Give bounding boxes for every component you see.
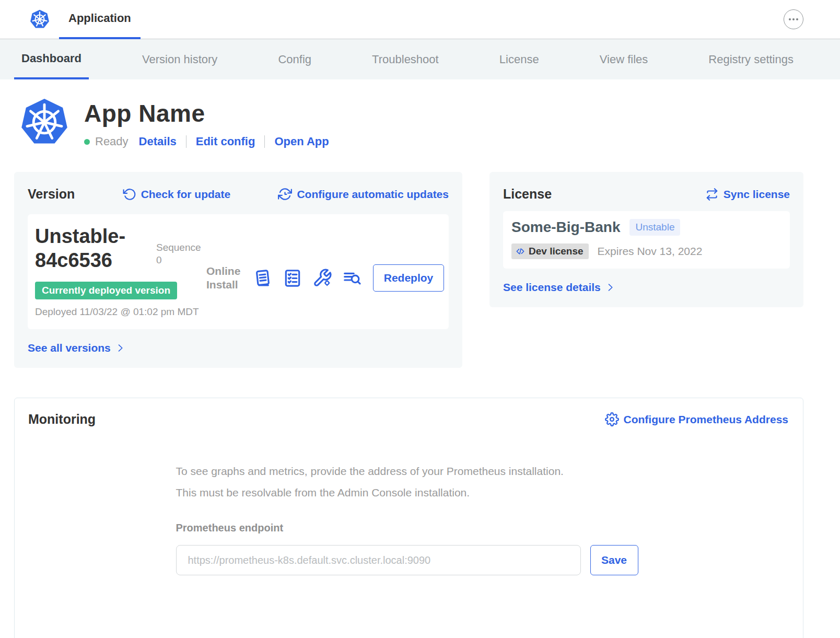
app-kubernetes-logo — [17, 97, 72, 148]
ready-status-dot — [84, 139, 90, 145]
open-app-link[interactable]: Open App — [274, 135, 329, 148]
sequence-label: Sequence 0 — [156, 241, 206, 266]
app-hero: App Name Ready Details Edit config Open … — [17, 97, 840, 148]
nav-item-registry-settings[interactable]: Registry settings — [701, 39, 801, 79]
see-all-versions-link[interactable]: See all versions — [28, 342, 125, 354]
current-version-panel: Unstable-84c6536 Sequence 0 Currently de… — [28, 214, 449, 329]
see-license-details-link[interactable]: See license details — [503, 281, 615, 294]
license-panel: Some-Big-Bank Unstable Dev license Expir… — [503, 211, 790, 269]
sync-arrows-icon — [705, 188, 719, 201]
cards-row: Version Check for update Configure autom… — [14, 172, 803, 368]
redeploy-button[interactable]: Redeploy — [373, 264, 444, 292]
save-button[interactable]: Save — [590, 545, 638, 575]
release-notes-icon[interactable] — [253, 268, 273, 288]
version-card-title: Version — [28, 187, 75, 202]
prometheus-endpoint-label: Prometheus endpoint — [176, 522, 641, 534]
channel-badge: Unstable — [629, 219, 680, 236]
deployed-timestamp: Deployed 11/03/22 @ 01:02 pm MDT — [35, 306, 202, 318]
nav-item-config[interactable]: Config — [271, 39, 319, 79]
app-status-label: Ready — [95, 135, 129, 148]
configure-automatic-updates-link[interactable]: Configure automatic updates — [278, 187, 449, 201]
check-for-update-link[interactable]: Check for update — [123, 188, 231, 201]
sync-license-link[interactable]: Sync license — [705, 188, 790, 201]
monitoring-card: Monitoring Configure Prometheus Address … — [14, 398, 803, 638]
top-header: Application — [0, 0, 840, 39]
nav-item-license[interactable]: License — [492, 39, 546, 79]
refresh-icon — [123, 188, 136, 201]
license-card: License Sync license Some-Big-Bank Unsta… — [489, 172, 803, 307]
tab-application[interactable]: Application — [59, 0, 141, 39]
nav-item-troubleshoot[interactable]: Troubleshoot — [365, 39, 446, 79]
configure-prometheus-link[interactable]: Configure Prometheus Address — [605, 412, 788, 426]
nav-item-dashboard[interactable]: Dashboard — [14, 39, 89, 79]
app-name-title: App Name — [84, 99, 329, 127]
details-link[interactable]: Details — [139, 135, 177, 148]
monitoring-body: To see graphs and metrics, provide the a… — [176, 460, 641, 575]
license-type-badge: Dev license — [511, 243, 589, 259]
dashboard-subnav: Dashboard Version history Config Trouble… — [0, 39, 840, 79]
install-type-label: Online Install — [206, 264, 242, 292]
chevron-right-icon — [115, 343, 125, 353]
nav-item-view-files[interactable]: View files — [592, 39, 656, 79]
preflight-checklist-icon[interactable] — [283, 268, 302, 288]
gear-icon — [605, 412, 619, 426]
chevron-right-icon — [605, 282, 615, 293]
nav-item-version-history[interactable]: Version history — [135, 39, 225, 79]
prometheus-endpoint-input[interactable] — [176, 545, 581, 575]
license-expiry: Expires Nov 13, 2022 — [598, 245, 703, 258]
auto-update-clock-icon — [278, 187, 292, 201]
divider — [186, 135, 186, 148]
monitoring-description-line1: To see graphs and metrics, provide the a… — [176, 460, 641, 482]
monitoring-title: Monitoring — [28, 412, 96, 427]
view-logs-icon[interactable] — [342, 268, 362, 288]
code-icon — [515, 246, 526, 257]
current-version-label: Unstable-84c6536 — [35, 225, 156, 272]
monitoring-description-line2: This must be resolvable from the Admin C… — [176, 482, 641, 503]
license-customer-name: Some-Big-Bank — [511, 219, 620, 236]
license-card-title: License — [503, 187, 552, 202]
version-card: Version Check for update Configure autom… — [14, 172, 462, 368]
wrench-gear-icon[interactable] — [312, 268, 332, 288]
divider — [264, 135, 265, 148]
kubernetes-logo-icon — [29, 9, 51, 30]
edit-config-link[interactable]: Edit config — [196, 135, 255, 148]
currently-deployed-badge: Currently deployed version — [35, 282, 177, 299]
ellipsis-icon[interactable] — [784, 9, 803, 29]
